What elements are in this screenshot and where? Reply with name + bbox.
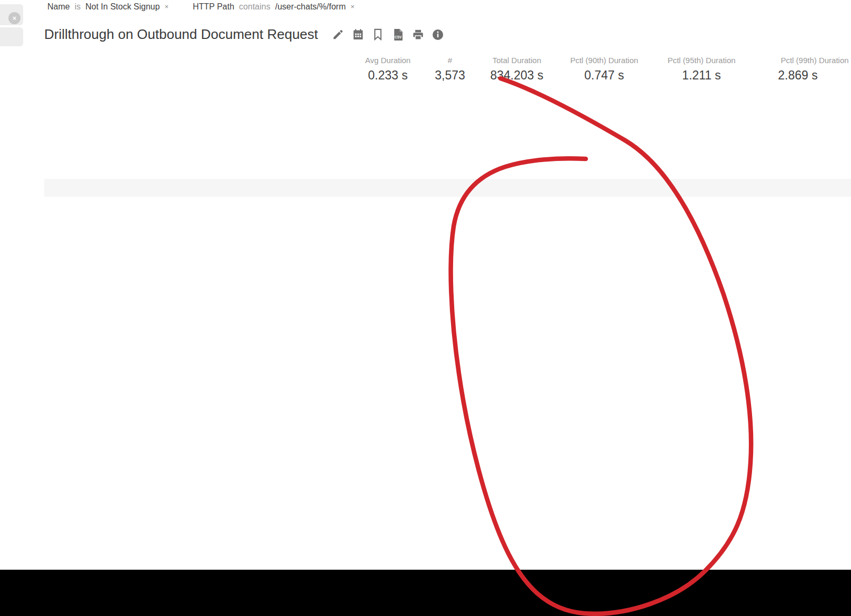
print-icon[interactable] — [412, 28, 424, 41]
stat-pctl99: Pctl (99th) Duration 2.869 s — [764, 56, 832, 83]
edit-pencil-icon[interactable] — [332, 28, 344, 41]
stat-avg-duration: Avg Duration 0.233 s — [365, 56, 411, 83]
info-icon[interactable] — [432, 28, 444, 41]
filter-pill-name[interactable]: Name is Not In Stock Signup × — [47, 2, 168, 12]
filter-field: Name — [47, 2, 70, 12]
filter-field: HTTP Path — [193, 2, 234, 12]
calendar-icon[interactable] — [352, 28, 364, 41]
filter-value: Not In Stock Signup — [85, 2, 159, 12]
stat-pctl95: Pctl (95th) Duration 1.211 s — [667, 56, 735, 83]
column-resize-strip — [44, 197, 851, 207]
page-title: Drillthrough on Outbound Document Reques… — [44, 26, 318, 43]
stat-label: # — [435, 56, 465, 65]
stat-count: # 3,573 — [435, 56, 465, 83]
stat-label: Avg Duration — [365, 56, 411, 65]
stat-value: 1.211 s — [667, 68, 735, 83]
side-panel-tab[interactable]: × — [0, 4, 23, 25]
filter-pill-http-path[interactable]: HTTP Path contains /user-chats/%/form × — [193, 2, 354, 12]
stat-pctl90: Pctl (90th) Duration 0.747 s — [570, 56, 638, 83]
duration-trend-chart[interactable] — [0, 88, 851, 178]
stat-value: 0.233 s — [365, 68, 411, 83]
export-csv-icon[interactable]: CSV — [392, 28, 404, 41]
stat-value: 0.747 s — [570, 68, 638, 83]
filter-remove-icon[interactable]: × — [165, 3, 169, 11]
bottom-black-bar — [0, 570, 851, 616]
filter-remove-icon[interactable]: × — [351, 3, 355, 11]
stat-value: 834.203 s — [490, 68, 543, 83]
stat-label: Pctl (99th) Duration — [780, 56, 848, 65]
stat-label: Pctl (95th) Duration — [667, 56, 735, 65]
filter-bar: Name is Not In Stock Signup × HTTP Path … — [47, 0, 355, 14]
stat-value: 3,573 — [435, 68, 465, 83]
stat-label: Pctl (90th) Duration — [570, 56, 638, 65]
panel-close-button[interactable]: × — [8, 12, 21, 24]
stat-total-duration: Total Duration 834.203 s — [490, 56, 543, 83]
stat-value: 2.869 s — [764, 68, 832, 83]
svg-text:CSV: CSV — [395, 35, 402, 39]
side-panel-tab-secondary[interactable] — [0, 27, 23, 46]
table-header-row — [44, 179, 851, 197]
bookmark-icon[interactable] — [372, 28, 384, 41]
stat-label: Total Duration — [490, 56, 543, 65]
filter-value: /user-chats/%/form — [275, 2, 346, 12]
filter-operator: contains — [239, 2, 271, 12]
filter-operator: is — [75, 2, 81, 12]
